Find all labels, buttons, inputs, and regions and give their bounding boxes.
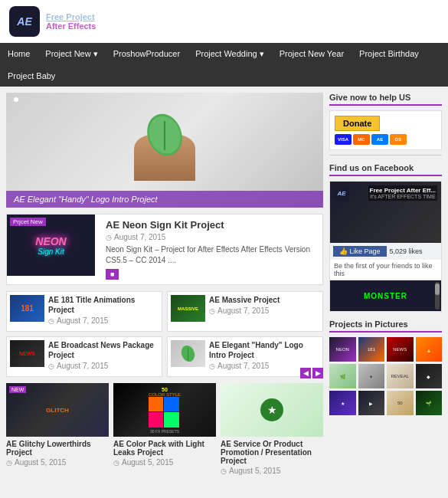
like-page-button[interactable]: 👍 Like Page [333, 246, 387, 257]
amex-icon: AE [371, 134, 388, 145]
post-thumb-news: NEWS [10, 340, 44, 367]
hero-slider[interactable]: AE Elegant "Handy" Logo Intro Project [6, 93, 323, 208]
slider-item-glitch: GLITCH AE Glitchy Lowerthirds Project Au… [6, 383, 109, 478]
fb-logo-small: AE [334, 185, 349, 201]
nav-link-wedding[interactable]: Project Wedding ▾ [188, 43, 272, 65]
post-date-news: August 7, 2015 [48, 362, 159, 370]
proj-thumb-5[interactable]: 🌿 [329, 364, 356, 388]
small-leaf-icon [178, 344, 198, 363]
neon-text: NEON [35, 235, 66, 247]
leaf-icon [142, 112, 188, 158]
nav-link-baby[interactable]: Project Baby [0, 65, 63, 87]
post-date-181: August 7, 2015 [48, 316, 159, 325]
proj-thumb-2[interactable]: 181 [358, 337, 385, 362]
featured-title: AE Neon Sign Kit Project [106, 219, 318, 231]
fb-preview: AE Free Project After Eff... It's AFTER … [330, 182, 441, 243]
slider-nav: ◀ ▶ [300, 368, 323, 378]
post-title-handy[interactable]: AE Elegant "Handy" Logo Intro Project [209, 340, 319, 360]
post-title-massive[interactable]: AE Massive Project [209, 295, 280, 305]
slider-item-colorpack: 50 COLOR STYLE 30 FX PRESETS AE Color Pa… [113, 383, 216, 478]
fb-scrollbar[interactable] [435, 282, 440, 310]
fb-site-name: Free Project After Eff... [370, 187, 436, 194]
slider-date-service: August 5, 2015 [221, 467, 323, 475]
fb-tagline: It's AFTER EFFECTS TIME [370, 194, 436, 199]
color-pack-visual [149, 397, 179, 428]
slider-prev-button[interactable]: ◀ [300, 368, 311, 378]
post-title-181[interactable]: AE 181 Title Animations Project [48, 295, 159, 315]
nav-item-wedding[interactable]: Project Wedding ▾ [188, 43, 272, 65]
proj-thumb-10[interactable]: ▶ [358, 391, 385, 415]
logo-line2: After Effects [46, 21, 96, 31]
fb-message: Be the first of your friends to like thi… [330, 260, 441, 280]
nav-link-home[interactable]: Home [0, 43, 38, 64]
nav-link-proshow[interactable]: ProshowProducer [106, 43, 188, 64]
nav-list: Home Project New ▾ ProshowProducer Proje… [0, 43, 448, 87]
fb-title: Find us on Facebook [329, 163, 442, 176]
projects-grid: NEON 181 NEWS 🔥 🌿 ✦ REVEAL ◆ ★ ▶ 50 🌱 [329, 337, 442, 415]
site-header: AE Free Project After Effects [0, 0, 448, 43]
proj-thumb-11[interactable]: 50 [387, 391, 414, 415]
donate-title: Give now to help US [329, 93, 442, 106]
post-thumb-handy [171, 340, 205, 367]
posts-grid: 181 AE 181 Title Animations Project Augu… [6, 291, 323, 377]
facebook-section: Find us on Facebook AE Free Project Afte… [329, 163, 442, 312]
proj-thumb-4[interactable]: 🔥 [416, 337, 443, 362]
proj-thumb-9[interactable]: ★ [329, 391, 356, 415]
hero-caption: AE Elegant "Handy" Logo Intro Project [6, 191, 323, 208]
proj-thumb-3[interactable]: NEWS [387, 337, 414, 362]
slider-title-glitch[interactable]: AE Glitchy Lowerthirds Project [6, 440, 109, 457]
projects-section: Projects in Pictures NEON 181 NEWS 🔥 🌿 ✦… [329, 319, 442, 415]
proj-thumb-12[interactable]: 🌱 [416, 391, 443, 415]
slider-title-service[interactable]: AE Service Or Product Promotion / Presen… [221, 440, 323, 465]
post-item-181: 181 AE 181 Title Animations Project Augu… [6, 291, 162, 332]
nav-item-baby[interactable]: Project Baby [0, 65, 63, 87]
projects-title: Projects in Pictures [329, 319, 442, 333]
logo-line1: Free Project [46, 12, 96, 21]
post-info-massive: AE Massive Project August 7, 2015 [209, 295, 280, 318]
slider-date-glitch: August 5, 2015 [6, 458, 109, 467]
visa-icon: VISA [335, 134, 352, 145]
featured-badge: Prjcet New [10, 218, 46, 226]
slider-title-colorpack[interactable]: AE Color Pack with Light Leaks Project [113, 440, 216, 457]
payment-icons: VISA MC AE DS [335, 134, 437, 145]
proj-thumb-7[interactable]: REVEAL [387, 364, 414, 388]
nav-link-project-new[interactable]: Project New ▾ [38, 43, 105, 65]
neon-text2: Sign Kit [35, 247, 66, 256]
right-sidebar: Give now to help US Donate VISA MC AE DS… [323, 93, 442, 484]
post-thumb-massive: MASSIVE [171, 295, 205, 322]
nav-link-newyear[interactable]: Project New Year [272, 43, 352, 64]
nav-item-proshow[interactable]: ProshowProducer [106, 43, 188, 65]
featured-thumb: Prjcet New NEON Sign Kit [7, 215, 95, 276]
donate-box: Donate VISA MC AE DS [329, 110, 442, 150]
donate-button[interactable]: Donate [335, 116, 380, 131]
bottom-slider: GLITCH AE Glitchy Lowerthirds Project Au… [6, 383, 323, 478]
logo-text: Free Project After Effects [46, 12, 96, 31]
nav-item-birthday[interactable]: Project Birthday [352, 43, 427, 65]
nav-item-project-new[interactable]: Project New ▾ [38, 43, 105, 65]
page-wrapper: AE Free Project After Effects Home Proje… [0, 0, 448, 498]
proj-thumb-8[interactable]: ◆ [416, 364, 443, 388]
glitch-label: GLITCH [46, 407, 69, 414]
slider-next-button[interactable]: ▶ [312, 368, 323, 378]
logo-icon: AE [9, 6, 40, 37]
nav-link-birthday[interactable]: Project Birthday [352, 43, 427, 64]
donate-section: Give now to help US Donate VISA MC AE DS [329, 93, 442, 156]
proj-thumb-6[interactable]: ✦ [358, 364, 385, 388]
proj-thumb-1[interactable]: NEON [329, 337, 356, 362]
monster-logo: MONSTER [364, 292, 407, 300]
slider-date-colorpack: August 5, 2015 [113, 458, 216, 467]
featured-excerpt: Neon Sign Kit – Project for After Effect… [106, 244, 318, 266]
fb-box: AE Free Project After Eff... It's AFTER … [329, 181, 442, 312]
post-info-news: AE Broadcast News Package Project August… [48, 340, 159, 373]
slider-thumb-color: 50 COLOR STYLE 30 FX PRESETS [113, 383, 216, 437]
slider-item-service: ★ AE Service Or Product Promotion / Pres… [221, 383, 323, 478]
post-title-news[interactable]: AE Broadcast News Package Project [48, 340, 159, 360]
nav-item-home[interactable]: Home [0, 43, 38, 65]
more-button[interactable]: ■ [106, 269, 119, 280]
post-item-news: NEWS AE Broadcast News Package Project A… [6, 336, 162, 377]
post-date-massive: August 7, 2015 [209, 306, 280, 315]
nav-item-newyear[interactable]: Project New Year [272, 43, 352, 65]
main-content: AE Elegant "Handy" Logo Intro Project Pr… [0, 87, 448, 490]
service-icon: ★ [260, 398, 283, 421]
featured-info: AE Neon Sign Kit Project August 7, 2015 … [101, 215, 322, 284]
